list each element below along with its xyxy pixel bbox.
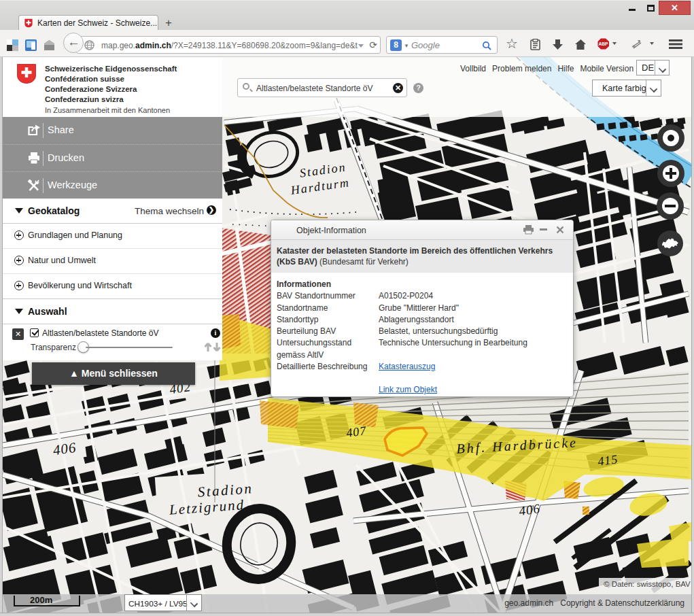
svg-text:406: 406 bbox=[518, 501, 541, 518]
svg-text:ABP: ABP bbox=[599, 41, 609, 46]
svg-text:406: 406 bbox=[52, 439, 77, 459]
svg-text:415: 415 bbox=[597, 452, 619, 468]
svg-text:407: 407 bbox=[345, 424, 367, 440]
